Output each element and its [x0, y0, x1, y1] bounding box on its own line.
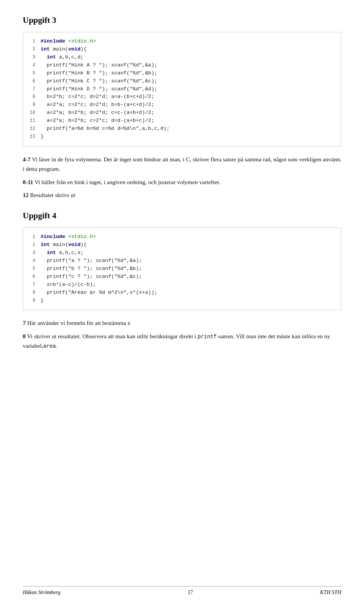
code-line-u4-8: 8 printf("Arean är %d m^2\n",x*(x+a)); — [27, 289, 333, 297]
code-line-9: 9 a=2*a; c=2*c; d=2*d; b=b-(a+c+d)/2; — [27, 101, 333, 109]
code-content: int a,b,c,d; — [41, 54, 83, 61]
line-number: 11 — [27, 117, 35, 125]
code-content: printf("Hink D ? "); scanf("%d",&d); — [41, 85, 157, 93]
code-line-6: 6 printf("Hink C ? "); scanf("%d",&c); — [27, 77, 333, 85]
prose-line-12: 12 Resultatet skrivs ut — [23, 191, 341, 200]
code-content: x=b*(a-c)/(c-b); — [41, 281, 96, 289]
code-block-uppgift4: 1 #include <stdio.h> 2 int main(void){ 3… — [23, 227, 341, 310]
code-line-u4-4: 4 printf("a ? "); scanf("%d",&a); — [27, 257, 333, 265]
code-line-1: 1 #include <stdio.h> — [27, 38, 333, 46]
line-number: 2 — [27, 46, 35, 53]
line-number: 7 — [27, 281, 35, 289]
line-number: 13 — [27, 133, 35, 140]
code-line-u4-2: 2 int main(void){ — [27, 241, 333, 249]
line-number: 8 — [27, 93, 35, 101]
code-block-uppgift3: 1 #include <stdio.h> 2 int main(void){ 3… — [23, 32, 341, 147]
code-line-u4-7: 7 x=b*(a-c)/(c-b); — [27, 281, 333, 289]
code-content: b=2*b; c=2*c; d=2*d; a=a-(b+c+d)/2; — [41, 93, 154, 101]
code-content: int main(void){ — [41, 241, 87, 249]
section-title-uppgift3: Uppgift 3 — [23, 15, 341, 25]
prose-line-u4-7: 7 Här använder vi formeln för att bestäm… — [23, 318, 341, 328]
line-number: 1 — [27, 233, 35, 241]
prose-label: 12 — [23, 192, 29, 198]
line-number: 3 — [27, 249, 35, 257]
code-content: printf("a ? "); scanf("%d",&a); — [41, 257, 142, 265]
code-line-10: 10 a=2*a; b=2*b; d=2*d; c=c-(a+b+d)/2; — [27, 109, 333, 117]
prose-label: 8-11 — [23, 179, 33, 185]
code-line-u4-3: 3 int a,b,c,x; — [27, 249, 333, 257]
page-footer: Håkan Strömberg 17 KTH STH — [23, 586, 341, 596]
line-number: 7 — [27, 86, 35, 93]
line-number: 4 — [27, 257, 35, 265]
footer-publisher: KTH STH — [320, 590, 341, 596]
code-content: int main(void){ — [41, 46, 87, 54]
line-number: 6 — [27, 78, 35, 85]
code-line-u4-6: 6 printf("c ? "); scanf("%d",&c); — [27, 273, 333, 281]
line-number: 3 — [27, 54, 35, 61]
line-number: 2 — [27, 241, 35, 249]
line-number: 9 — [27, 297, 35, 304]
code-content: printf("a=%d b=%d c=%d d=%d\n",a,b,c,d); — [41, 125, 169, 133]
code-line-13: 13 } — [27, 133, 333, 141]
code-line-4: 4 printf("Hink A ? "); scanf("%d",&a); — [27, 61, 333, 69]
prose-line-47: 4-7 Vi läser in de fyra volymerna. Det ä… — [23, 155, 341, 174]
code-content: printf("c ? "); scanf("%d",&c); — [41, 273, 142, 281]
code-line-2: 2 int main(void){ — [27, 46, 333, 54]
prose-label: 4-7 — [23, 156, 31, 162]
code-line-u4-5: 5 printf("b ? "); scanf("%d",&b); — [27, 265, 333, 273]
inline-code-printf: printf — [198, 334, 217, 340]
line-number: 9 — [27, 101, 35, 109]
code-line-7: 7 printf("Hink D ? "); scanf("%d",&d); — [27, 85, 333, 93]
code-content: } — [41, 297, 44, 305]
code-line-8: 8 b=2*b; c=2*c; d=2*d; a=a-(b+c+d)/2; — [27, 93, 333, 101]
line-number: 1 — [27, 38, 35, 45]
line-number: 12 — [27, 125, 35, 132]
code-line-u4-9: 9 } — [27, 297, 333, 305]
footer-page-number: 17 — [188, 590, 193, 596]
prose-block-uppgift4: 7 Här använder vi formeln för att bestäm… — [23, 318, 341, 350]
code-line-u4-1: 1 #include <stdio.h> — [27, 233, 333, 241]
prose-line-u4-8: 8 Vi skriver ut resultatet. Observera at… — [23, 332, 341, 351]
line-number: 5 — [27, 70, 35, 77]
code-content: a=2*a; c=2*c; d=2*d; b=b-(a+c+d)/2; — [41, 101, 154, 109]
prose-label: 8 — [23, 333, 26, 339]
code-content: printf("Hink C ? "); scanf("%d",&c); — [41, 77, 157, 85]
footer-author: Håkan Strömberg — [23, 590, 60, 596]
inline-code-area: area — [43, 343, 56, 349]
code-line-12: 12 printf("a=%d b=%d c=%d d=%d\n",a,b,c,… — [27, 125, 333, 133]
line-number: 5 — [27, 265, 35, 273]
line-number: 8 — [27, 289, 35, 296]
code-content: printf("Hink B ? "); scanf("%d",&b); — [41, 69, 157, 77]
code-content: printf("Hink A ? "); scanf("%d",&a); — [41, 61, 157, 69]
prose-line-811: 8-11 Vi häller från en hink i taget, i a… — [23, 178, 341, 187]
code-line-5: 5 printf("Hink B ? "); scanf("%d",&b); — [27, 69, 333, 77]
code-content: a=2*a; b=2*b; c=2*c; d=d-(a+b+c)/2; — [41, 117, 154, 125]
code-content: printf("b ? "); scanf("%d",&b); — [41, 265, 142, 273]
code-line-11: 11 a=2*a; b=2*b; c=2*c; d=d-(a+b+c)/2; — [27, 117, 333, 125]
code-content: #include <stdio.h> — [41, 233, 96, 241]
prose-label: 7 — [23, 320, 26, 326]
line-number: 4 — [27, 62, 35, 69]
line-number: 6 — [27, 273, 35, 281]
code-content: printf("Arean är %d m^2\n",x*(x+a)); — [41, 289, 157, 297]
code-content: } — [41, 133, 44, 141]
code-content: a=2*a; b=2*b; d=2*d; c=c-(a+b+d)/2; — [41, 109, 154, 117]
section-title-uppgift4: Uppgift 4 — [23, 211, 341, 221]
code-content: int a,b,c,x; — [41, 249, 83, 257]
code-line-3: 3 int a,b,c,d; — [27, 54, 333, 61]
line-number: 10 — [27, 109, 35, 117]
code-content: #include <stdio.h> — [41, 38, 96, 46]
prose-block-uppgift3: 4-7 Vi läser in de fyra volymerna. Det ä… — [23, 155, 341, 200]
